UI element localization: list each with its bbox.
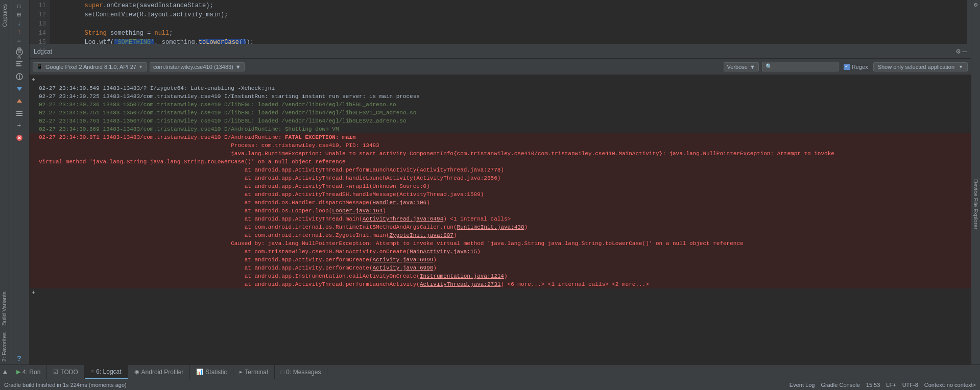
tab-todo[interactable]: ☑ TODO [47,365,84,379]
log-line-5-expand [32,117,39,125]
line-num-11: 11 [30,1,46,10]
logcat-close-icon[interactable]: — [963,47,967,56]
log-line-17-text: at android.app.ActivityThread.main(Activ… [39,215,511,223]
log-expand-row: + [30,76,971,84]
code-line-13 [55,19,967,29]
log-line-19-text: at com.android.internal.os.ZygoteInit.ma… [39,231,457,239]
terminal-tab-icon: ▸ [240,369,243,375]
svg-marker-9 [17,99,22,103]
messages-tab-icon: □ [281,369,284,375]
tab-terminal[interactable]: ▸ Terminal [233,365,274,379]
logcat-action2-icon[interactable] [12,71,27,82]
bottom-tabs-bar: ▲ ▶ 4: Run ☑ TODO ≡ 6: Logcat ◉ Android … [0,364,980,379]
verbose-selector[interactable]: Verbose ▼ [724,62,759,71]
log-line-22: at android.app.Activity.performCreate(Ac… [30,256,971,264]
svg-rect-4 [16,65,21,66]
camera-icon[interactable]: ⊙ [11,54,28,62]
regex-checkbox[interactable] [844,64,850,70]
show-selected-label: Show only selected application [878,64,954,70]
line-numbers: 11 12 13 14 15 16 [30,0,50,44]
upload-icon[interactable]: ↑ [11,28,28,36]
scroll-up-icon[interactable] [12,95,27,107]
structure-icon[interactable]: ⊞ [11,11,28,19]
help-icon[interactable]: ? [12,353,27,364]
download-icon[interactable]: ↓ [11,19,28,28]
tab-profiler[interactable]: ◉ Android Profiler [128,365,190,379]
build-variants-tab[interactable]: Build Variants [0,288,9,329]
logcat-gear-icon[interactable]: ⚙ [956,47,960,56]
gradle-console-btn[interactable]: Gradle Console [821,382,859,388]
log-line-12-expand [32,174,39,182]
log-line-7: 02-27 23:34:30.871 13483-13483/com.trist… [30,133,971,141]
captures-tab[interactable]: Captures [0,0,9,44]
logcat-header: Logcat ⚙ — [30,44,971,59]
device-file-tab[interactable]: Device File Explorer [971,44,980,364]
log-line-2-expand [32,92,39,101]
svg-rect-10 [16,111,22,112]
show-selected-arrow: ▼ [959,64,963,69]
device-name: Google Pixel 2 Android 8.1.0, API 27 [45,64,136,70]
log-line-21: at com.tristanwiley.cse410.MainActivity.… [30,248,971,256]
left-vertical-tabs: Build Variants 2: Favorites [0,44,9,364]
device-selector[interactable]: 📱 Google Pixel 2 Android 8.1.0, API 27 ▼ [33,62,147,71]
log-line-1-text: 02-27 23:34:30.549 13483-13483/? I/zygot… [39,84,275,92]
settings-icon[interactable]: ⚙ [11,45,28,54]
editor-options-icon[interactable]: — [974,10,977,17]
editor-scrollbar[interactable] [967,0,971,44]
process-selector[interactable]: com.tristanwiley.cse410 (13483) ▼ [150,62,245,71]
captures-label[interactable]: Captures [1,2,9,29]
code-editor[interactable]: 💡 super.onCreate(savedInstanceState); se… [50,0,967,44]
statistic-tab-icon: 📊 [196,369,203,375]
status-encoding: UTF-8 [902,382,918,388]
bulb-icon[interactable]: 💡 [50,28,51,37]
editor-panel: Captures ☐ ⊞ ↓ ↑ ≡ ⚙ ⊙ 11 12 13 14 15 16… [0,0,980,44]
stop-icon[interactable] [12,132,27,143]
log-line-19: at com.android.internal.os.ZygoteInit.ma… [30,231,971,239]
list-icon[interactable]: ≡ [11,37,28,44]
log-line-25: at android.app.ActivityThread.performLau… [30,280,971,288]
search-box: 🔍 [762,62,839,71]
event-log-btn[interactable]: Event Log [790,382,815,388]
log-line-6-text: 02-27 23:34:30.869 13483-13483/com.trist… [39,125,339,133]
log-line-2: 02-27 23:34:30.725 13483-13483/com.trist… [30,92,971,101]
show-selected-btn[interactable]: Show only selected application ▼ [873,62,968,71]
log-line-7-expand [32,133,39,141]
log-bottom-expand-icon[interactable]: + [32,289,39,297]
log-expand-icon[interactable]: + [32,77,39,84]
profiler-tab-icon: ◉ [134,369,139,375]
tabs-expand-icon[interactable]: ▲ [0,365,10,379]
device-file-label[interactable]: Device File Explorer [972,176,980,232]
code-line-11: super.onCreate(savedInstanceState); [55,1,967,10]
log-line-17: at android.app.ActivityThread.main(Activ… [30,215,971,223]
tab-messages[interactable]: □ 0: Messages [275,365,328,379]
log-line-6: 02-27 23:34:30.869 13483-13483/com.trist… [30,125,971,133]
log-line-18: at com.android.internal.os.RuntimeInit$M… [30,223,971,231]
tab-logcat[interactable]: ≡ 6: Logcat [85,365,128,379]
search-input[interactable] [775,64,835,70]
log-line-25-expand [32,280,39,288]
tab-statistic-label: Statistic [205,369,227,376]
logcat-list-icon[interactable] [12,108,27,119]
log-line-21-text: at com.tristanwiley.cse410.MainActivity.… [39,248,481,256]
tab-run[interactable]: ▶ 4: Run [10,365,47,379]
log-line-10: virtual method 'java.lang.String java.la… [30,158,971,166]
favorites-tab[interactable]: 2: Favorites [0,329,9,364]
log-line-16-expand [32,207,39,215]
tab-statistic[interactable]: 📊 Statistic [190,365,233,379]
status-time: 15:53 [866,382,880,388]
scroll-end-icon[interactable] [12,83,27,94]
tab-logcat-label: 6: Logcat [96,368,121,375]
log-line-8-text: Process: com.tristanwiley.cse410, PID: 1… [39,141,379,150]
svg-rect-11 [16,113,22,114]
log-line-18-expand [32,223,39,231]
log-line-24-text: at android.app.Instrumentation.callActiv… [39,272,508,280]
log-line-14-expand [32,190,39,199]
process-name: com.tristanwiley.cse410 (13483) [153,64,233,70]
log-output[interactable]: + 02-27 23:34:30.549 13483-13483/? I/zyg… [30,75,971,364]
expand-icon[interactable]: + [12,120,27,131]
log-line-8-expand [32,141,39,150]
editor-settings-icon[interactable]: ⚙ [974,1,977,9]
log-line-24: at android.app.Instrumentation.callActiv… [30,272,971,280]
android-icon[interactable]: ☐ [11,2,28,10]
log-line-11-text: at android.app.ActivityThread.performLau… [39,166,504,174]
